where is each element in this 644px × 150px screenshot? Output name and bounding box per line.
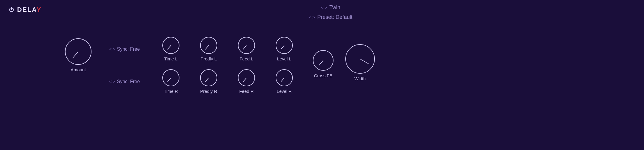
level-l-indicator	[281, 45, 285, 50]
knobs-top-row: Time L Predly L Feed L Level L	[162, 37, 293, 61]
twin-selector[interactable]: < > Twin	[321, 4, 340, 11]
width-knob[interactable]	[345, 44, 375, 74]
sync-bottom-label: Sync: Free	[117, 79, 140, 84]
amount-label: Amount	[71, 67, 86, 72]
level-l-knob[interactable]	[276, 37, 293, 54]
sync-top[interactable]: < > Sync: Free	[109, 47, 140, 52]
title-accent: Y	[37, 6, 42, 13]
time-l-knob[interactable]	[162, 37, 179, 54]
preset-arrow-left[interactable]: < >	[309, 15, 315, 20]
feed-r-label: Feed R	[239, 89, 254, 94]
center-top: < > Twin < > Preset: Default	[309, 4, 352, 20]
feed-l-knob[interactable]	[238, 37, 255, 54]
sync-bottom[interactable]: < > Sync: Free	[109, 79, 140, 84]
width-section: Width	[345, 44, 375, 81]
level-r-knob[interactable]	[276, 69, 293, 86]
level-l-label: Level L	[277, 56, 291, 61]
time-l-container: Time L	[162, 37, 179, 61]
predly-r-indicator	[205, 78, 209, 82]
level-r-container: Level R	[276, 69, 293, 94]
plugin-title: DELAY	[17, 6, 42, 14]
sync-top-arrows[interactable]: < >	[109, 47, 115, 52]
twin-label: Twin	[329, 4, 340, 11]
feed-r-knob[interactable]	[238, 69, 255, 86]
time-l-label: Time L	[164, 56, 177, 61]
power-icon[interactable]: ⏻	[9, 7, 14, 13]
title-text: DELA	[17, 6, 37, 13]
predly-r-knob[interactable]	[200, 69, 217, 86]
level-r-label: Level R	[277, 89, 292, 94]
plugin-container: ⏻ DELAY < > Twin < > Preset: Default Amo…	[0, 0, 644, 150]
feed-r-indicator	[243, 78, 247, 82]
header-area: ⏻ DELAY	[9, 6, 42, 14]
predly-l-indicator	[205, 45, 209, 50]
feed-l-label: Feed L	[240, 56, 254, 61]
level-r-indicator	[281, 78, 285, 82]
sync-bottom-arrows[interactable]: < >	[109, 79, 115, 84]
feed-r-container: Feed R	[238, 69, 255, 94]
predly-r-label: Predly R	[200, 89, 217, 94]
predly-l-knob[interactable]	[200, 37, 217, 54]
level-l-container: Level L	[276, 37, 293, 61]
width-indicator	[360, 59, 369, 64]
knobs-bottom-row: Time R Predly R Feed R Level R	[162, 69, 293, 94]
preset-selector[interactable]: < > Preset: Default	[309, 14, 352, 20]
feed-l-container: Feed L	[238, 37, 255, 61]
predly-l-container: Predly L	[200, 37, 217, 61]
time-r-label: Time R	[164, 89, 178, 94]
cross-fb-indicator	[319, 60, 323, 65]
preset-label: Preset: Default	[317, 14, 352, 20]
predly-r-container: Predly R	[200, 69, 217, 94]
time-l-indicator	[167, 45, 171, 50]
cross-fb-knob[interactable]	[313, 50, 334, 71]
twin-arrow-left[interactable]: < >	[321, 5, 327, 10]
feed-l-indicator	[243, 45, 247, 50]
cross-fb-section: Cross FB	[313, 50, 334, 78]
time-r-container: Time R	[162, 69, 179, 94]
amount-section: Amount	[65, 38, 91, 72]
amount-knob-indicator	[72, 51, 79, 58]
time-r-knob[interactable]	[162, 69, 179, 86]
predly-l-label: Predly L	[200, 56, 217, 61]
width-label: Width	[354, 76, 366, 81]
sync-top-label: Sync: Free	[117, 47, 140, 52]
time-r-indicator	[167, 78, 171, 82]
cross-fb-label: Cross FB	[314, 73, 333, 78]
amount-knob[interactable]	[65, 38, 91, 65]
